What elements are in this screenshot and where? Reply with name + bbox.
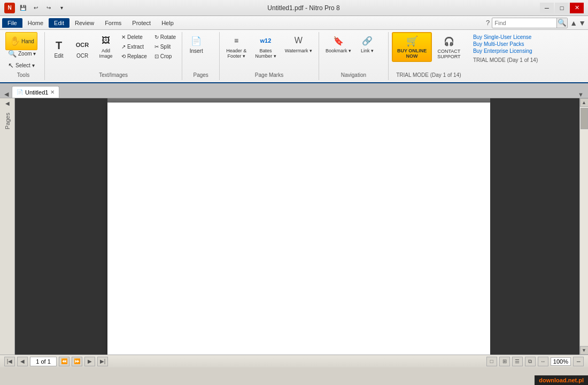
download-suffix: .net.pl [567,377,584,383]
crop-label: Crop [160,53,172,59]
quick-access-dropdown[interactable]: ▾ [56,2,67,14]
search-input[interactable] [492,19,556,27]
help-icon: ? [486,19,490,27]
search-nav-arrows: ▲ ▼ [570,19,586,27]
pages-panel-label[interactable]: Pages [4,113,11,129]
zoom-label: Zoom ▾ [18,51,36,57]
document-area [15,98,579,355]
tab-close-button[interactable]: ✕ [50,89,55,95]
tab-scroll-right[interactable]: ▼ [578,91,584,98]
insert-button[interactable]: 📄 Insert [185,32,207,56]
play-back-button[interactable]: ⏪ [59,357,69,366]
zoom-icon: 🔍 [8,50,17,58]
buy-online-label: BUY ONLINENOW [397,48,427,59]
insert-icon: 📄 [190,34,203,47]
menu-file[interactable]: File [2,18,22,28]
buy-online-button[interactable]: 🛒 BUY ONLINENOW [392,32,432,62]
play-forward-button[interactable]: ⏩ [72,357,82,366]
menu-edit[interactable]: Edit [49,18,69,28]
title-bar: N 💾 ↩ ↪ ▾ Untitled1.pdf - Nitro Pro 8 ─ … [0,0,588,16]
last-page-button[interactable]: ▶| [97,357,108,366]
scroll-up-button[interactable]: ▲ [580,98,589,107]
menu-protect[interactable]: Protect [127,18,156,28]
download-highlight: wnload [546,377,567,383]
edit-label: Edit [54,53,63,59]
minimize-button[interactable]: ─ [540,3,554,13]
menu-help[interactable]: Help [156,18,179,28]
zoom-out-button[interactable]: − [573,357,584,366]
tab-untitled1[interactable]: 📄 Untitled1 ✕ [12,86,59,98]
spread-view-button[interactable]: ⧉ [525,357,536,366]
replace-button[interactable]: ⟲ Replace [119,52,150,61]
edit-button[interactable]: T Edit [48,37,69,61]
header-footer-label: Header &Footer ▾ [226,48,246,59]
text-images-group-label: Text/Images [45,72,182,78]
ribbon-group-page-marks: ≡ Header &Footer ▾ w12 BatesNumber ▾ W W… [220,32,319,80]
buy-enterprise-link[interactable]: Buy Enterprise Licensing [473,48,538,54]
buy-single-user-link[interactable]: Buy Single-User License [473,34,538,40]
collapse-panel-icon[interactable]: ◀ [5,100,10,106]
split-button[interactable]: ✂ Split [152,42,179,51]
bookmark-button[interactable]: 🔖 Bookmark ▾ [322,32,354,56]
extract-button[interactable]: ↗ Extract [119,42,150,51]
redo-button[interactable]: ↪ [43,2,55,14]
header-footer-icon: ≡ [230,34,243,47]
link-button[interactable]: 🔗 Link ▾ [357,32,378,56]
rotate-button[interactable]: ↻ Rotate [152,33,179,42]
scrollbar-thumb[interactable] [581,108,588,129]
bookmark-icon: 🔖 [332,34,345,47]
scrollbar-track[interactable] [580,107,589,346]
facing-page-view-button[interactable]: ⊞ [499,357,510,366]
first-page-button[interactable]: |◀ [4,357,15,366]
tab-bar: ◀ 📄 Untitled1 ✕ ▼ [0,83,588,98]
fit-width-button[interactable]: ↔ [538,357,548,366]
ocr-button[interactable]: OCR OCR [72,37,93,61]
close-button[interactable]: ✕ [570,3,584,13]
menu-forms[interactable]: Forms [99,18,127,28]
save-button[interactable]: 💾 [17,2,29,14]
pages-group-label: Pages [182,72,219,78]
split-label: Split [160,44,171,50]
scroll-down-button[interactable]: ▼ [580,346,589,355]
maximize-button[interactable]: □ [555,3,569,13]
menu-bar-right: ? 🔍 ▲ ▼ [486,18,586,28]
undo-button[interactable]: ↩ [30,2,42,14]
delete-button[interactable]: ✕ Delete [119,33,150,42]
ribbon-group-navigation: 🔖 Bookmark ▾ 🔗 Link ▾ Navigation [319,32,389,80]
tab-scroll-left[interactable]: ◀ [4,91,9,98]
document-page [107,103,514,355]
quick-access-toolbar: 💾 ↩ ↪ ▾ [17,2,67,14]
search-button[interactable]: 🔍 [556,18,567,28]
left-panel: ◀ Pages [0,98,15,355]
search-box: 🔍 [492,18,568,28]
watermark-button[interactable]: W Watermark ▾ [282,32,315,61]
crop-button[interactable]: ⊡ Crop [152,52,179,61]
menu-review[interactable]: Review [69,18,99,28]
menu-bar: File Home Edit Review Forms Protect Help… [0,16,588,30]
menu-home[interactable]: Home [22,18,49,28]
header-footer-button[interactable]: ≡ Header &Footer ▾ [223,32,250,61]
select-button[interactable]: ↖ Select ▾ [5,60,38,71]
download-badge: download.net.pl [535,375,588,385]
buy-online-icon: 🛒 [406,35,418,47]
page-input[interactable]: 1 of 1 [30,357,57,366]
split-icon: ✂ [154,44,159,50]
window-title: Untitled1.pdf - Nitro Pro 8 [267,4,339,12]
prev-page-button[interactable]: ◀ [17,357,28,366]
buy-multi-user-link[interactable]: Buy Multi-User Packs [473,41,538,47]
title-bar-left: N 💾 ↩ ↪ ▾ [4,2,67,14]
continuous-view-button[interactable]: ☰ [512,357,523,366]
single-page-view-button[interactable]: □ [486,357,497,366]
status-bar: |◀ ◀ 1 of 1 ⏪ ⏩ ▶ ▶| □ ⊞ ☰ ⧉ ↔ 100% − [0,355,588,367]
insert-label: Insert [190,48,203,54]
next-page-button[interactable]: ▶ [84,357,95,366]
contact-support-button[interactable]: 🎧 CONTACTSUPPORT [434,33,463,61]
add-image-button[interactable]: 🖼 AddImage [95,32,117,61]
bates-number-button[interactable]: w12 BatesNumber ▾ [252,32,280,61]
search-next-button[interactable]: ▼ [578,19,586,27]
zoom-button[interactable]: 🔍 Zoom ▾ [5,48,38,59]
crop-icon: ⊡ [154,53,159,59]
search-prev-button[interactable]: ▲ [570,19,577,27]
download-prefix: do [539,377,546,383]
hand-button[interactable]: ✋ Hand [5,32,37,50]
